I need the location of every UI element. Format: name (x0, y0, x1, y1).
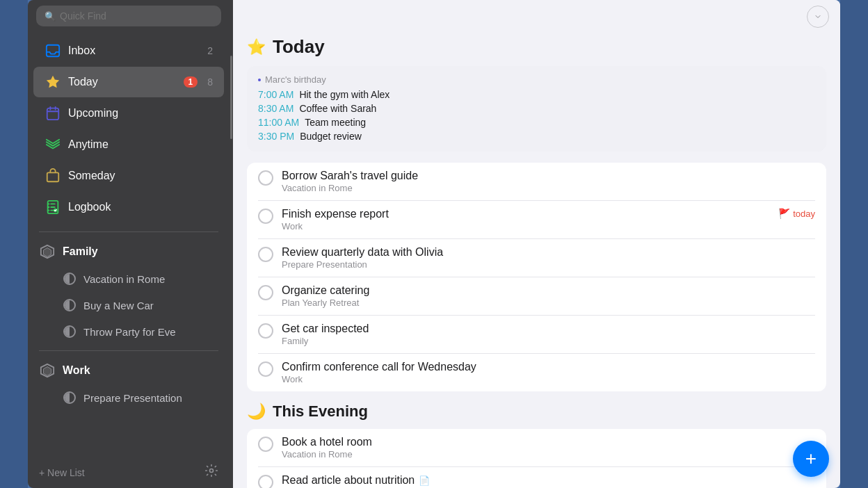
settings-button[interactable] (204, 464, 218, 481)
task-checkbox-2[interactable] (258, 247, 273, 262)
right-border (840, 0, 868, 488)
work-title: Work (63, 364, 90, 377)
today-heading-text: Today (273, 36, 325, 58)
task-item: Confirm conference call for Wednesday Wo… (258, 354, 815, 391)
logbook-icon (45, 199, 61, 215)
sidebar-item-today[interactable]: Today 1 8 (33, 67, 224, 97)
new-list-button[interactable]: + New List (39, 467, 85, 478)
task-checkbox-4[interactable] (258, 323, 273, 339)
main-content: ⭐ Today Marc's birthday 7:00 AM Hit the … (233, 0, 840, 488)
task-checkbox-e0[interactable] (258, 437, 273, 452)
prepare-presentation-label: Prepare Presentation (83, 392, 182, 404)
event-3: Budget review (300, 131, 362, 142)
task-checkbox-0[interactable] (258, 170, 273, 186)
evening-heading: 🌙 This Evening (247, 402, 826, 421)
family-title: Family (63, 245, 98, 258)
today-count: 8 (207, 76, 213, 88)
note-icon-e1: 📄 (419, 475, 430, 486)
today-tasks-container: Borrow Sarah's travel guide Vacation in … (247, 163, 826, 391)
work-section-header: Work (28, 357, 230, 384)
sidebar-item-buy-car[interactable]: Buy a New Car (28, 292, 230, 318)
divider-2 (39, 350, 218, 351)
search-input[interactable] (60, 10, 213, 22)
task-title-4: Get car inspected (282, 323, 815, 335)
work-icon (39, 362, 56, 379)
task-content-2: Review quarterly data with Olivia Prepar… (282, 246, 815, 270)
inbox-icon (45, 42, 61, 59)
task-checkbox-5[interactable] (258, 361, 273, 377)
buy-car-label: Buy a New Car (83, 300, 154, 311)
task-content-4: Get car inspected Family (282, 323, 815, 346)
buy-car-icon (63, 298, 77, 312)
vacation-rome-icon (63, 272, 77, 286)
sidebar-item-prepare-presentation[interactable]: Prepare Presentation (28, 384, 230, 411)
task-flag-1: 🚩 today (778, 208, 815, 219)
schedule-item-0: 7:00 AM Hit the gym with Alex (258, 88, 815, 101)
birthday-text: Marc's birthday (265, 74, 326, 85)
birthday-dot (258, 79, 261, 81)
task-checkbox-e1[interactable] (258, 475, 273, 488)
birthday-row: Marc's birthday (258, 74, 815, 85)
sidebar-bottom: + New List (28, 457, 230, 488)
divider-1 (39, 231, 218, 232)
time-2: 11:00 AM (258, 117, 299, 128)
sidebar-item-someday[interactable]: Someday (33, 161, 224, 191)
svg-rect-1 (47, 108, 59, 120)
task-title-1: Finish expense report (282, 208, 770, 220)
someday-label: Someday (68, 170, 213, 182)
search-bar[interactable]: 🔍 (36, 6, 221, 26)
task-title-2: Review quarterly data with Olivia (282, 246, 815, 259)
task-item: Review quarterly data with Olivia Prepar… (258, 239, 815, 277)
task-subtitle-3: Plan Yearly Retreat (282, 298, 815, 308)
task-item: Organize catering Plan Yearly Retreat (258, 277, 815, 316)
family-icon (39, 243, 56, 260)
event-2: Team meeting (305, 117, 366, 128)
task-content-e1: Read article about nutrition 📄 Run a Mar… (282, 474, 815, 488)
family-section-header: Family (28, 238, 230, 266)
task-title-e0: Book a hotel room (282, 436, 815, 448)
moon-icon: 🌙 (247, 402, 266, 421)
throw-party-label: Throw Party for Eve (83, 326, 176, 338)
task-title-0: Borrow Sarah's travel guide (282, 170, 815, 182)
today-heading: ⭐ Today (247, 36, 826, 58)
sidebar-item-upcoming[interactable]: Upcoming (33, 98, 224, 129)
flag-label-1: today (793, 209, 815, 219)
sidebar-item-inbox[interactable]: Inbox 2 (33, 35, 224, 66)
event-0: Hit the gym with Alex (299, 89, 389, 100)
task-subtitle-5: Work (282, 374, 815, 384)
task-checkbox-1[interactable] (258, 209, 273, 224)
evening-section: 🌙 This Evening Book a hotel room Vacatio… (247, 402, 826, 488)
today-label: Today (68, 76, 177, 88)
fab-icon: + (805, 448, 817, 470)
vacation-rome-label: Vacation in Rome (83, 273, 165, 285)
sidebar-item-vacation-rome[interactable]: Vacation in Rome (28, 266, 230, 292)
sidebar-item-anytime[interactable]: Anytime (33, 129, 224, 160)
schedule-card: Marc's birthday 7:00 AM Hit the gym with… (247, 66, 826, 152)
schedule-item-2: 11:00 AM Team meeting (258, 115, 815, 129)
svg-rect-0 (47, 45, 59, 57)
sidebar: 🔍 Inbox 2 (28, 0, 230, 488)
logbook-label: Logbook (68, 201, 213, 213)
task-checkbox-3[interactable] (258, 285, 273, 300)
collapse-button[interactable] (807, 6, 829, 28)
task-subtitle-0: Vacation in Rome (282, 183, 815, 193)
task-title-3: Organize catering (282, 284, 815, 297)
sidebar-nav: Inbox 2 Today 1 8 (28, 32, 230, 226)
evening-tasks-container: Book a hotel room Vacation in Rome Read … (247, 429, 826, 488)
task-subtitle-2: Prepare Presentation (282, 259, 815, 270)
prepare-presentation-icon (63, 391, 77, 405)
add-task-button[interactable]: + (793, 441, 829, 477)
star-icon (45, 74, 61, 90)
task-content-3: Organize catering Plan Yearly Retreat (282, 284, 815, 308)
inbox-count: 2 (207, 45, 213, 56)
sidebar-item-logbook[interactable]: Logbook (33, 192, 224, 222)
app-container: 🔍 Inbox 2 (28, 0, 840, 488)
event-1: Coffee with Sarah (299, 103, 376, 114)
flag-icon-1: 🚩 (778, 208, 790, 219)
svg-point-12 (210, 469, 214, 473)
sidebar-item-throw-party[interactable]: Throw Party for Eve (28, 318, 230, 345)
schedule-item-3: 3:30 PM Budget review (258, 129, 815, 143)
task-content-0: Borrow Sarah's travel guide Vacation in … (282, 170, 815, 193)
today-heading-icon: ⭐ (247, 38, 266, 56)
someday-icon (45, 168, 61, 184)
